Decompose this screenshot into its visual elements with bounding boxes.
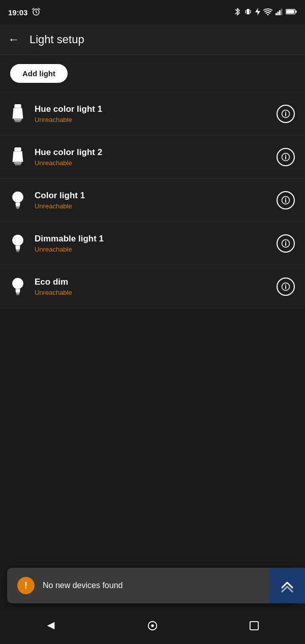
- light-name-5: Eco dim: [35, 277, 267, 287]
- svg-rect-11: [295, 10, 296, 13]
- svg-rect-38: [16, 293, 19, 294]
- toast-message: No new devices found: [43, 581, 123, 590]
- svg-point-18: [285, 112, 286, 113]
- svg-rect-26: [16, 206, 19, 208]
- info-button-3[interactable]: [277, 191, 295, 209]
- light-status-5: Unreachable: [35, 289, 267, 296]
- light-name-1: Hue color light 1: [35, 104, 267, 114]
- nav-home-button[interactable]: [102, 620, 203, 631]
- svg-rect-2: [246, 10, 246, 13]
- light-item-2: Hue color light 2 Unreachable: [0, 136, 305, 179]
- light-item-5: Eco dim Unreachable: [0, 265, 305, 309]
- light-name-3: Color light 1: [35, 191, 267, 201]
- svg-rect-39: [16, 294, 19, 295]
- svg-rect-7: [278, 12, 279, 15]
- svg-point-30: [285, 198, 286, 199]
- light-item-3: Color light 1 Unreachable: [0, 179, 305, 222]
- toast-warning-icon: !: [17, 577, 35, 594]
- light-item-4: Dimmable light 1 Unreachable: [0, 222, 305, 265]
- svg-marker-4: [255, 8, 260, 15]
- add-light-area: Add light: [0, 55, 305, 93]
- status-bar-left: 19:03: [8, 7, 41, 18]
- svg-rect-9: [281, 9, 283, 15]
- alarm-icon: [32, 7, 41, 18]
- svg-point-24: [285, 155, 286, 156]
- light-icon-5: [10, 277, 25, 296]
- svg-rect-15: [15, 120, 20, 122]
- scroll-top-fab[interactable]: [269, 568, 305, 603]
- svg-marker-43: [47, 622, 55, 630]
- light-icon-3: [10, 191, 25, 210]
- vibrate-icon: [244, 8, 252, 17]
- svg-point-5: [267, 14, 269, 15]
- status-bar: 19:03: [0, 0, 305, 24]
- light-info-5: Eco dim Unreachable: [35, 277, 267, 296]
- light-item-1: Hue color light 1 Unreachable: [0, 93, 305, 136]
- bluetooth-icon: [234, 7, 241, 18]
- light-name-4: Dimmable light 1: [35, 234, 267, 244]
- light-icon-1: [10, 104, 25, 124]
- toast-notification: ! No new devices found: [7, 568, 298, 603]
- svg-rect-13: [14, 104, 21, 108]
- info-button-2[interactable]: [277, 148, 295, 166]
- svg-rect-19: [14, 147, 21, 151]
- svg-point-36: [285, 241, 286, 242]
- page-title: Light setup: [29, 33, 84, 46]
- nav-recents-button[interactable]: [203, 621, 305, 631]
- back-button[interactable]: ←: [8, 33, 19, 46]
- svg-point-42: [285, 285, 286, 286]
- light-status-4: Unreachable: [35, 246, 267, 253]
- light-icon-4: [10, 234, 25, 253]
- svg-point-45: [151, 624, 154, 627]
- light-info-4: Dimmable light 1 Unreachable: [35, 234, 267, 253]
- signal-icon: [276, 8, 283, 17]
- svg-rect-46: [250, 622, 258, 630]
- light-icon-2: [10, 147, 25, 167]
- svg-point-31: [12, 235, 23, 246]
- svg-rect-21: [15, 164, 20, 165]
- svg-point-37: [12, 278, 23, 289]
- svg-rect-14: [14, 119, 21, 121]
- nav-bar: ← Light setup: [0, 24, 305, 55]
- battery-icon: [286, 8, 297, 17]
- light-status-2: Unreachable: [35, 159, 267, 167]
- svg-rect-12: [286, 10, 294, 13]
- svg-rect-3: [250, 10, 251, 13]
- svg-rect-33: [16, 251, 19, 252]
- light-name-2: Hue color light 2: [35, 147, 267, 158]
- svg-rect-6: [276, 13, 277, 15]
- info-button-4[interactable]: [277, 234, 295, 253]
- svg-rect-20: [14, 162, 21, 164]
- light-status-1: Unreachable: [35, 116, 267, 124]
- status-bar-right: [234, 7, 297, 18]
- svg-rect-8: [279, 10, 281, 15]
- svg-rect-32: [16, 250, 19, 251]
- nav-back-button[interactable]: [0, 620, 102, 631]
- status-time: 19:03: [8, 8, 27, 17]
- light-list: Hue color light 1 Unreachable Hue color …: [0, 93, 305, 309]
- svg-point-25: [12, 192, 23, 203]
- info-button-5[interactable]: [277, 278, 295, 296]
- light-status-3: Unreachable: [35, 202, 267, 210]
- wifi-icon: [263, 8, 272, 17]
- bottom-nav: [0, 607, 305, 644]
- svg-rect-1: [247, 9, 249, 14]
- light-info-2: Hue color light 2 Unreachable: [35, 147, 267, 167]
- light-info-1: Hue color light 1 Unreachable: [35, 104, 267, 124]
- light-info-3: Color light 1 Unreachable: [35, 191, 267, 210]
- add-light-button[interactable]: Add light: [10, 64, 68, 83]
- svg-rect-27: [16, 207, 19, 208]
- flash-icon: [255, 8, 260, 17]
- info-button-1[interactable]: [277, 105, 295, 123]
